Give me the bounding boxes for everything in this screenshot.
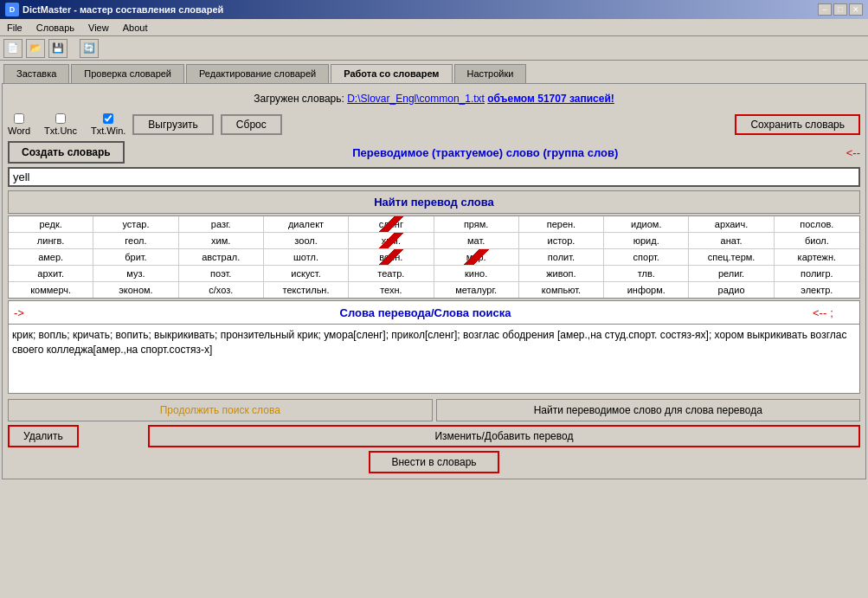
translation-text[interactable]: крик; вопль; кричать; вопить; выкрикиват…: [8, 325, 860, 394]
grid-cell-1-7[interactable]: юрид.: [604, 233, 689, 248]
grid-cell-4-2[interactable]: с/хоз.: [179, 282, 264, 298]
grid-cell-4-8[interactable]: радио: [689, 282, 774, 298]
grid-cell-1-1[interactable]: геол.: [93, 233, 178, 248]
grid-cell-0-8[interactable]: архаич.: [689, 216, 774, 232]
reset-button[interactable]: Сброс: [221, 114, 282, 135]
search-input[interactable]: [8, 167, 860, 187]
grid-row-1: лингв. геол. хим. зоол. хим. мат. истор.…: [9, 233, 859, 249]
grid-cell-0-7[interactable]: идиом.: [604, 216, 689, 232]
grid-cell-4-4[interactable]: техн.: [349, 282, 434, 298]
grid-cell-1-9[interactable]: биол.: [775, 233, 859, 248]
info-path[interactable]: D:\Slovar_Engl\common_1.txt: [347, 93, 485, 105]
grid-cell-1-6[interactable]: истор.: [519, 233, 604, 248]
title-bar-left: D DictMaster - мастер составления словар…: [5, 3, 223, 16]
grid-cell-0-9[interactable]: послов.: [775, 216, 859, 232]
menu-file[interactable]: File: [3, 22, 26, 34]
minimize-button[interactable]: –: [818, 3, 832, 16]
grid-cell-2-6[interactable]: полит.: [519, 249, 604, 265]
grid-cell-4-3[interactable]: текстильн.: [264, 282, 349, 298]
main-content: Загружен словарь: D:\Slovar_Engl\common_…: [2, 83, 866, 479]
create-dict-button[interactable]: Создать словарь: [8, 141, 125, 164]
toolbar-new[interactable]: 📄: [3, 39, 23, 58]
menu-slovar[interactable]: Словарь: [33, 22, 78, 34]
grid-cell-4-6[interactable]: компьют.: [519, 282, 604, 298]
grid-row-0: редк. устар. разг. диалект сленг прям. п…: [9, 216, 859, 233]
grid-cell-3-1[interactable]: муз.: [93, 266, 178, 281]
arrow-right-translation[interactable]: <-- ;: [807, 305, 859, 321]
grid-cell-4-5[interactable]: металург.: [434, 282, 519, 298]
change-add-button[interactable]: Изменить/Добавить перевод: [148, 425, 860, 447]
grid-cell-4-7[interactable]: информ.: [604, 282, 689, 298]
checkbox-word-label: Word: [8, 125, 30, 136]
grid-cell-2-5[interactable]: мор.: [434, 249, 519, 265]
menu-about[interactable]: About: [119, 22, 151, 34]
arrow-right-label: <--: [813, 306, 826, 319]
grid-cell-4-9[interactable]: электр.: [775, 282, 859, 298]
checkbox-group: Word Txt.Unc Txt.Win.: [8, 113, 125, 136]
grid-cell-1-2[interactable]: хим.: [179, 233, 264, 248]
tab-splash[interactable]: Заставка: [3, 64, 69, 83]
grid-cell-3-7[interactable]: тлв.: [604, 266, 689, 281]
translatable-label: Переводимое (трактуемое) слово (группа с…: [125, 146, 846, 159]
grid-cell-1-5[interactable]: мат.: [434, 233, 519, 248]
grid-cell-1-8[interactable]: анат.: [689, 233, 774, 248]
checkbox-txtwin-input[interactable]: [103, 113, 113, 124]
search-row: [8, 167, 860, 187]
grid-cell-1-4[interactable]: хим.: [349, 233, 434, 248]
grid-cell-3-2[interactable]: поэт.: [179, 266, 264, 281]
checkbox-word: Word: [8, 113, 30, 136]
back-arrow-top[interactable]: <--: [846, 146, 860, 159]
find-translation-button[interactable]: Найти перевод слова: [8, 190, 860, 214]
grid-cell-0-3[interactable]: диалект: [264, 216, 349, 232]
grid-cell-0-6[interactable]: перен.: [519, 216, 604, 232]
toolbar-open[interactable]: 📂: [26, 39, 45, 58]
checkbox-word-input[interactable]: [14, 113, 24, 124]
grid-cell-2-9[interactable]: картежн.: [775, 249, 859, 265]
grid-row-3: архит. муз. поэт. искуст. театр. кино. ж…: [9, 266, 859, 282]
continue-search-button[interactable]: Продолжить поиск слова: [8, 399, 433, 421]
grid-cell-2-2[interactable]: австрал.: [179, 249, 264, 265]
insert-dict-button[interactable]: Внести в словарь: [369, 451, 498, 473]
grid-cell-2-4[interactable]: воен.: [349, 249, 434, 265]
grid-cell-3-8[interactable]: религ.: [689, 266, 774, 281]
grid-cell-1-0[interactable]: лингв.: [9, 233, 93, 248]
tab-settings[interactable]: Настройки: [454, 64, 527, 83]
grid-cell-0-2[interactable]: разг.: [179, 216, 264, 232]
tab-edit[interactable]: Редактирование словарей: [186, 64, 329, 83]
grid-cell-0-5[interactable]: прям.: [434, 216, 519, 232]
grid-cell-3-0[interactable]: архит.: [9, 266, 93, 281]
info-volume[interactable]: объемом 51707 записей!: [487, 93, 614, 105]
find-translatable-button[interactable]: Найти переводимое слово для слова перево…: [436, 399, 861, 421]
grid-cell-4-1[interactable]: эконом.: [93, 282, 178, 298]
grid-cell-1-3[interactable]: зоол.: [264, 233, 349, 248]
grid-cell-3-4[interactable]: театр.: [349, 266, 434, 281]
toolbar-save[interactable]: 💾: [48, 39, 68, 58]
grid-cell-3-9[interactable]: полигр.: [775, 266, 859, 281]
grid-cell-2-7[interactable]: спорт.: [604, 249, 689, 265]
save-dict-button[interactable]: Сохранить словарь: [735, 114, 860, 135]
tab-work[interactable]: Работа со словарем: [331, 64, 452, 83]
arrow-left-translation[interactable]: ->: [9, 305, 43, 321]
grid-cell-3-3[interactable]: искуст.: [264, 266, 349, 281]
grid-cell-4-0[interactable]: коммерч.: [9, 282, 93, 298]
grid-cell-0-0[interactable]: редк.: [9, 216, 93, 232]
close-button[interactable]: ✕: [849, 3, 863, 16]
grid-cell-2-0[interactable]: амер.: [9, 249, 93, 265]
grid-cell-3-5[interactable]: кино.: [434, 266, 519, 281]
maximize-button[interactable]: □: [833, 3, 847, 16]
delete-button[interactable]: Удалить: [8, 425, 79, 447]
controls-row: Word Txt.Unc Txt.Win. Выгрузить Сброс Со…: [8, 113, 860, 136]
checkbox-txtunc-input[interactable]: [55, 113, 66, 124]
grid-cell-2-1[interactable]: брит.: [93, 249, 178, 265]
grid-cell-2-8[interactable]: спец.терм.: [689, 249, 774, 265]
menu-view[interactable]: View: [85, 22, 113, 34]
toolbar-extra[interactable]: 🔄: [80, 39, 99, 58]
grid-cell-0-4[interactable]: сленг: [349, 216, 434, 232]
grid-cell-2-3[interactable]: шотл.: [264, 249, 349, 265]
unload-button[interactable]: Выгрузить: [132, 114, 214, 135]
checkbox-txtunc-label: Txt.Unc: [44, 125, 77, 136]
app-icon: D: [5, 3, 19, 16]
grid-cell-0-1[interactable]: устар.: [93, 216, 178, 232]
tab-check[interactable]: Проверка словарей: [71, 64, 184, 83]
grid-cell-3-6[interactable]: живоп.: [519, 266, 604, 281]
